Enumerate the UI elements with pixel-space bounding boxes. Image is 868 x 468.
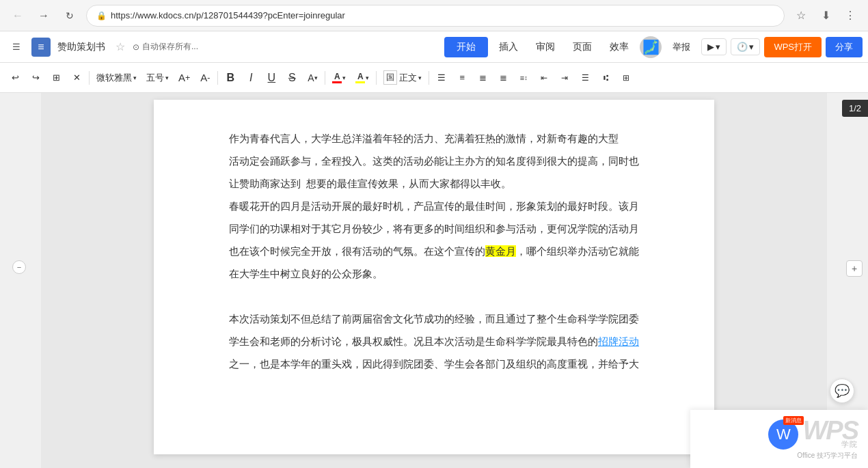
paragraph-4: 春暖花开的四月是活动开展的最好时机，产品宣传的最佳时间，形象策划的最好时段。该月: [208, 195, 660, 217]
tab-start[interactable]: 开始: [444, 37, 488, 57]
highlight-button[interactable]: A ▾: [351, 68, 373, 87]
add-comment-button[interactable]: +: [846, 260, 863, 277]
paragraph-style-dropdown[interactable]: 国 正文 ▾: [379, 68, 426, 87]
align-right-button[interactable]: ≣: [473, 68, 492, 87]
autosave-label: 自动保存所有...: [142, 41, 198, 53]
separator-3: [325, 71, 325, 85]
bold-button[interactable]: B: [221, 68, 240, 87]
font-color-arrow: ▾: [342, 74, 346, 81]
paragraph-9: 本次活动策划不但总结了前两届宿舍文化节成功的经验，而且通过了整个生命科学学院团委: [208, 307, 660, 330]
avatar[interactable]: 🗾: [640, 36, 662, 58]
page-indicator: 1/2: [842, 100, 868, 117]
paragraph-1: 作为青春代言人，大学生总洋溢着年轻的活力、充满着狂热的激情，对新奇有趣的大型: [208, 127, 660, 150]
report-button[interactable]: 举报: [666, 37, 697, 57]
font-family-arrow: ▾: [133, 74, 137, 81]
paragraph-10: 学生会和老师的分析讨论，极具权威性。况且本次活动是生命科学学院最具特色的招牌活动: [208, 330, 660, 353]
underline-button[interactable]: U: [262, 68, 281, 87]
separator-2: [217, 71, 218, 85]
menu-button[interactable]: ⋮: [841, 6, 860, 25]
font-size-label: 五号: [146, 72, 164, 84]
table-button[interactable]: ⊞: [616, 68, 636, 87]
clock-dropdown[interactable]: 🕐 ▾: [731, 38, 760, 55]
paragraph-7: 在大学生中树立良好的公众形象。: [208, 262, 660, 285]
paragraph-6: 也在该个时候完全开放，很有活动的气氛。在这个宣传的黄金月，哪个组织举办活动它就能: [208, 240, 660, 262]
paragraph-label: 正文: [399, 72, 417, 84]
collapse-paragraph-button[interactable]: −: [12, 260, 26, 274]
highlight-label: A: [357, 72, 364, 81]
font-size-dropdown[interactable]: 五号 ▾: [142, 68, 173, 87]
paragraph-blank: [208, 285, 660, 307]
clock-dropdown-arrow: ▾: [749, 42, 754, 52]
url-input[interactable]: [111, 10, 774, 20]
align-left-button[interactable]: ☰: [432, 68, 451, 87]
wps-promo-content: W 新消息 WPS 学院 Office 技巧学习平台: [768, 417, 858, 460]
reload-button[interactable]: ↻: [60, 6, 79, 25]
redo-button[interactable]: ↪: [26, 68, 45, 87]
font-size-change-button[interactable]: A▾: [303, 68, 322, 87]
bullet-list-button[interactable]: ☰: [575, 68, 595, 87]
paragraph-style-arrow: ▾: [418, 74, 422, 81]
align-center-button[interactable]: ≡: [452, 68, 472, 87]
paragraph-5: 同学们的功课相对于其它月份较少，将有更多的时间组织和参与活动，更何况学院的活动月: [208, 217, 660, 240]
italic-button[interactable]: I: [241, 68, 260, 87]
wps-office-label: 学院: [841, 439, 858, 450]
align-justify-button[interactable]: ≣: [493, 68, 513, 87]
strikethrough-button[interactable]: S: [282, 68, 301, 87]
font-size-arrow: ▾: [165, 74, 169, 81]
forward-button[interactable]: →: [34, 6, 53, 25]
video-dropdown[interactable]: ▶ ▾: [701, 38, 727, 55]
app-toolbar: ☰ ≡ 赞助策划书 ☆ ⊙ 自动保存所有... 开始 插入 审阅 页面 效率 🗾…: [0, 31, 868, 63]
separator-1: [89, 71, 90, 85]
doc-icon: ≡: [31, 38, 51, 57]
address-bar[interactable]: 🔒: [86, 5, 785, 27]
doc-title: 赞助策划书: [57, 41, 105, 53]
font-decrease-button[interactable]: A-: [195, 68, 215, 87]
bookmark-button[interactable]: ☆: [791, 6, 811, 25]
video-icon: ▶: [707, 42, 714, 52]
browser-chrome: ← → ↻ 🔒 ☆ ⬇ ⋮: [0, 0, 868, 31]
line-spacing-button[interactable]: ≡↕: [514, 68, 533, 87]
share-button[interactable]: 分享: [826, 37, 863, 57]
tab-efficiency[interactable]: 效率: [603, 37, 636, 57]
paragraph-3: 让赞助商家达到 想要的最佳宣传效果，从而大家都得以丰收。: [208, 172, 660, 195]
wps-logo-row: W 新消息 WPS 学院: [768, 417, 858, 450]
autosave-icon: ⊙: [133, 42, 139, 52]
separator-5: [429, 71, 429, 85]
chat-button[interactable]: 💬: [830, 378, 854, 403]
autosave-indicator: ⊙ 自动保存所有...: [133, 41, 198, 53]
left-margin: −: [0, 93, 41, 468]
clear-format-button[interactable]: ✕: [67, 68, 86, 87]
link-text[interactable]: 招牌活动: [598, 335, 639, 347]
indent-increase-button[interactable]: ⇥: [555, 68, 574, 87]
browser-actions: ☆ ⬇ ⋮: [791, 6, 860, 25]
format-painter-button[interactable]: ⊞: [46, 68, 66, 87]
wps-text-area: WPS 学院: [802, 417, 858, 450]
doc-icon-letter: ≡: [38, 41, 44, 53]
font-family-dropdown[interactable]: 微软雅黑 ▾: [92, 68, 141, 87]
toolbar-right: 开始 插入 审阅 页面 效率 🗾 举报 ▶ ▾ 🕐 ▾ WPS打开 分享: [444, 36, 863, 58]
tab-review[interactable]: 审阅: [529, 37, 562, 57]
font-color-indicator: [332, 81, 342, 83]
download-button[interactable]: ⬇: [816, 6, 835, 25]
font-increase-button[interactable]: A+: [174, 68, 194, 87]
indent-decrease-button[interactable]: ⇤: [534, 68, 554, 87]
font-color-button[interactable]: A ▾: [328, 68, 350, 87]
doc-page: 作为青春代言人，大学生总洋溢着年轻的活力、充满着狂热的激情，对新奇有趣的大型 活…: [154, 100, 714, 454]
highlighted-text: 黄金月: [485, 245, 516, 257]
paragraph-style-label: 国: [383, 70, 397, 85]
numbered-list-button[interactable]: ⑆: [596, 68, 615, 87]
back-button[interactable]: ←: [8, 6, 27, 25]
favorite-button[interactable]: ☆: [112, 39, 128, 55]
highlight-indicator: [355, 81, 365, 83]
font-color-label: A: [334, 72, 340, 81]
tab-insert[interactable]: 插入: [492, 37, 525, 57]
highlight-arrow: ▾: [366, 74, 369, 81]
hamburger-button[interactable]: ☰: [5, 36, 27, 58]
undo-button[interactable]: ↩: [5, 68, 25, 87]
tab-page[interactable]: 页面: [566, 37, 599, 57]
wps-subtitle: Office 技巧学习平台: [797, 451, 858, 460]
clock-icon: 🕐: [737, 42, 748, 52]
font-family-label: 微软雅黑: [96, 72, 132, 84]
format-toolbar: ↩ ↪ ⊞ ✕ 微软雅黑 ▾ 五号 ▾ A+ A- B I U S A▾ A ▾…: [0, 63, 868, 93]
wps-open-button[interactable]: WPS打开: [764, 37, 822, 57]
